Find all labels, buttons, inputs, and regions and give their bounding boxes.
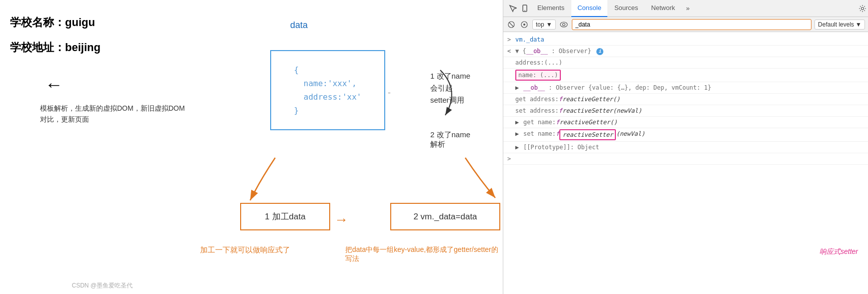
set-address-fn-name: reactiveSetter(newVal): [562, 106, 642, 115]
expand-arrow[interactable]: <: [507, 47, 513, 56]
set-name-fn-kw: f: [556, 129, 559, 138]
cursor-icon[interactable]: [507, 3, 518, 14]
csdn-watermark: CSDN @墨鱼爱吃圣代: [72, 281, 133, 290]
svg-point-5: [861, 7, 864, 10]
get-name-expand-arrow[interactable]: ▶: [515, 118, 521, 127]
svg-point-9: [523, 24, 525, 26]
dash-separator: -: [388, 88, 391, 98]
get-address-fn-name: reactiveGetter(): [562, 95, 620, 104]
svg-point-11: [562, 23, 565, 26]
console-set-address-line: set address: f reactiveSetter(newVal): [503, 105, 868, 117]
ob-expand-label: __ob__ : Observer {value: {…}, dep: Dep,…: [523, 83, 711, 92]
svg-line-7: [509, 23, 513, 27]
info-icon: i: [596, 48, 603, 55]
arrow-left-icon: ←: [45, 74, 63, 95]
console-set-name-line: ▶ set name: f reactiveSetter (newVal): [503, 128, 868, 142]
tab-console[interactable]: Console: [571, 0, 607, 17]
set-address-label: set address:: [515, 106, 559, 115]
address-prop-label: address:: [515, 58, 544, 67]
console-content: > vm._data < ▼ {__ob__ : Observer} i add…: [503, 32, 868, 294]
console-vm-data-input: vm._data: [515, 35, 544, 44]
prototype-label: [[Prototype]]: Object: [523, 143, 599, 152]
name-prop-highlighted: name: (...): [515, 70, 561, 81]
vm-data-box: 2 vm._data=data: [390, 203, 500, 230]
school-name-value: guigu: [65, 16, 95, 29]
get-address-fn-kw: f: [559, 95, 562, 104]
svg-point-4: [524, 10, 525, 11]
tab-elements[interactable]: Elements: [531, 0, 570, 17]
levels-chevron: ▼: [855, 21, 861, 28]
console-prototype-line: ▶ [[Prototype]]: Object: [503, 142, 868, 153]
settings-icon[interactable]: [857, 3, 868, 14]
eye-icon[interactable]: [559, 20, 569, 30]
devtools-panel: Elements Console Sources Network » top ▼…: [503, 0, 868, 294]
console-prompt-line: >: [503, 153, 868, 165]
console-prompt-icon: >: [507, 35, 513, 44]
console-input-line: > vm._data: [503, 34, 868, 46]
code-box: { name:'xxx', address:'xx' }: [270, 50, 385, 130]
console-ob-line: < ▼ {__ob__ : Observer} i: [503, 46, 868, 57]
get-name-fn-name: reactiveGetter(): [559, 118, 617, 127]
label-process: 加工一下就可以做响应式了: [200, 245, 290, 255]
stop-icon[interactable]: [519, 20, 529, 30]
prototype-expand-arrow[interactable]: ▶: [515, 143, 521, 152]
vm-data-label: 2 vm._data=data: [413, 212, 477, 222]
curve-arrow-svg: [400, 50, 500, 150]
console-address-line: address: (...): [503, 57, 868, 69]
address-prop-value: (...): [544, 58, 562, 67]
devtools-tab-bar: Elements Console Sources Network »: [503, 0, 868, 17]
name-highlight-box: name: (...): [515, 70, 561, 81]
set-name-fn-name: reactiveSetter: [562, 131, 613, 138]
left-panel: 学校名称：guigu 学校地址：beijing data { name:'xxx…: [0, 0, 503, 294]
set-name-highlight: reactiveSetter: [559, 129, 616, 140]
svg-point-10: [560, 22, 567, 27]
process-data-box: 1 加工data: [240, 203, 330, 230]
levels-label: Default levels: [818, 21, 854, 28]
set-name-expand-arrow[interactable]: ▶: [515, 129, 521, 138]
code-content: { name:'xxx', address:'xx' }: [294, 63, 362, 118]
console-name-line: name: (...): [503, 69, 868, 82]
get-name-label: get name:: [523, 118, 556, 127]
tab-more[interactable]: »: [682, 3, 693, 14]
console-get-name-line: ▶ get name: f reactiveGetter(): [503, 117, 868, 128]
console-ob-label: ▼ {__ob__ : Observer} i: [515, 47, 603, 56]
top-select-chevron: ▼: [546, 21, 552, 28]
data-center-label: data: [290, 20, 308, 31]
tab-network[interactable]: Network: [645, 0, 681, 17]
orange-arrow-up-left-svg: [245, 155, 305, 205]
reactive-setter-label: 响应式setter: [819, 247, 858, 256]
get-address-label: get address:: [515, 95, 559, 104]
console-prompt-gt: >: [507, 154, 513, 163]
school-name-label: 学校名称：: [10, 16, 65, 29]
school-addr-label: 学校地址：: [10, 41, 65, 54]
get-name-fn-kw: f: [556, 118, 559, 127]
device-icon[interactable]: [519, 3, 530, 14]
process-data-label: 1 加工data: [265, 211, 305, 222]
console-get-address-line: get address: f reactiveGetter(): [503, 94, 868, 105]
devtools-toolbar: top ▼ Default levels ▼: [503, 17, 868, 32]
name-prop-value: (...): [540, 72, 558, 79]
set-name-fn-args: (newVal): [616, 129, 645, 138]
set-address-fn-kw: f: [559, 106, 562, 115]
orange-arrow-up-right-svg: [435, 155, 505, 205]
top-select-label: top: [536, 21, 544, 28]
school-addr-value: beijing: [65, 41, 101, 54]
template-description: 模板解析，生成新的虚拟DOM，新旧虚拟DOM 对比，更新页面: [40, 103, 185, 125]
set-name-label: set name:: [523, 129, 556, 138]
filter-input[interactable]: [572, 19, 811, 30]
school-addr: 学校地址：beijing: [10, 40, 101, 55]
label-setter: 把data中每一组key-value,都形成了getter/setter的写法: [345, 245, 503, 263]
ob-expand-arrow[interactable]: ▶: [515, 83, 521, 92]
clear-console-icon[interactable]: [506, 20, 516, 30]
top-context-select[interactable]: top ▼: [532, 20, 556, 30]
arrow-right-icon: →: [334, 212, 348, 228]
default-levels-select[interactable]: Default levels ▼: [814, 20, 865, 30]
school-name: 学校名称：guigu: [10, 15, 95, 30]
name-prop-label: name:: [518, 72, 540, 79]
tab-sources[interactable]: Sources: [608, 0, 644, 17]
console-ob-expand-line: ▶ __ob__ : Observer {value: {…}, dep: De…: [503, 82, 868, 94]
